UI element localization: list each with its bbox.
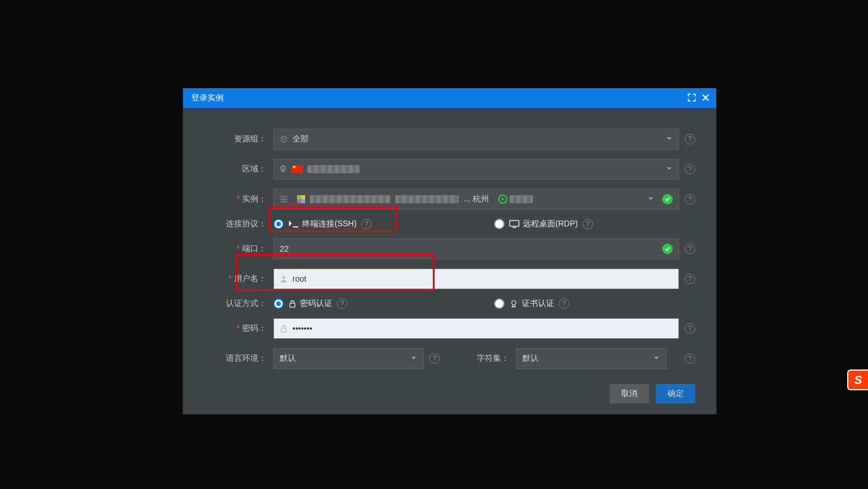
help-icon[interactable]: ?	[429, 353, 440, 364]
dialog-footer: 取消 确定	[204, 384, 695, 404]
instance-id-redacted	[310, 195, 391, 203]
help-icon[interactable]: ?	[583, 219, 593, 229]
chevron-down-icon	[666, 165, 673, 174]
radio-certificate[interactable]	[494, 298, 505, 309]
login-instance-dialog: 登录实例 资源组： 全部	[183, 88, 717, 415]
row-password: 密码： ?	[204, 318, 695, 339]
password-auth-label: 密码认证	[300, 298, 332, 309]
ssh-label: 终端连接(SSH)	[302, 219, 357, 229]
select-region[interactable]	[273, 159, 679, 180]
label-username: 用户名：	[204, 274, 273, 284]
help-icon[interactable]: ?	[685, 164, 695, 174]
lock-icon	[288, 300, 296, 308]
input-username-wrap	[273, 268, 679, 289]
port-input[interactable]	[280, 244, 662, 253]
charset-value: 默认	[522, 353, 539, 364]
close-icon[interactable]	[701, 93, 710, 104]
chevron-down-icon	[653, 354, 660, 363]
svg-point-4	[282, 276, 285, 279]
row-port: 端口： ?	[204, 238, 695, 259]
input-port-wrap	[273, 238, 679, 259]
input-password-wrap	[273, 318, 679, 339]
dialog-title: 登录实例	[191, 93, 224, 103]
instance-type-icon	[297, 195, 305, 203]
help-icon[interactable]: ?	[685, 274, 695, 284]
help-icon[interactable]: ?	[685, 244, 695, 254]
radio-option-certificate[interactable]: 证书认证 ?	[494, 298, 679, 309]
locale-value: 默认	[280, 353, 296, 364]
username-input[interactable]	[292, 274, 673, 283]
radio-password[interactable]	[273, 298, 284, 309]
help-icon[interactable]: ?	[685, 353, 695, 364]
certificate-auth-label: 证书认证	[522, 298, 554, 309]
label-port: 端口：	[204, 244, 273, 254]
dialog-body: 资源组： 全部 ? 区域：	[183, 108, 716, 417]
radio-option-rdp[interactable]: 远程桌面(RDP) ?	[494, 219, 679, 229]
instance-status-redacted	[510, 195, 533, 203]
resource-group-value: 全部	[292, 134, 309, 144]
help-icon[interactable]: ?	[559, 298, 569, 309]
help-icon[interactable]: ?	[685, 134, 695, 144]
label-auth: 认证方式：	[204, 298, 273, 309]
help-icon[interactable]: ?	[685, 323, 695, 334]
rdp-label: 远程桌面(RDP)	[523, 219, 578, 229]
radio-rdp[interactable]	[494, 219, 505, 229]
fullscreen-icon[interactable]	[687, 93, 696, 104]
row-region: 区域： ?	[204, 159, 695, 180]
svg-rect-5	[290, 303, 295, 307]
lock-icon	[280, 324, 288, 333]
select-resource-group[interactable]: 全部	[273, 129, 679, 150]
label-resource-group: 资源组：	[204, 134, 273, 144]
select-instance[interactable]: ... 杭州	[273, 189, 679, 210]
radio-option-password[interactable]: 密码认证 ?	[273, 298, 470, 309]
row-username: 用户名： ?	[204, 268, 695, 289]
user-icon	[280, 275, 288, 283]
location-pin-icon	[280, 165, 287, 173]
svg-rect-1	[280, 199, 287, 200]
help-icon[interactable]: ?	[361, 219, 372, 229]
dialog-header: 登录实例	[183, 88, 716, 108]
check-icon	[662, 244, 673, 254]
chevron-down-icon	[410, 354, 417, 363]
label-locale: 语言环境：	[204, 353, 273, 364]
check-icon	[662, 194, 673, 204]
label-region: 区域：	[204, 164, 273, 174]
label-password: 密码：	[204, 323, 273, 334]
password-input[interactable]	[292, 324, 673, 333]
list-icon	[280, 195, 288, 203]
label-instance: 实例：	[204, 194, 273, 204]
chevron-down-icon	[666, 135, 673, 144]
help-icon[interactable]: ?	[685, 194, 695, 204]
svg-point-6	[512, 301, 516, 305]
select-charset[interactable]: 默认	[516, 348, 666, 369]
row-resource-group: 资源组： 全部 ?	[204, 129, 695, 150]
monitor-icon	[509, 220, 520, 228]
row-instance: 实例： ... 杭州	[204, 189, 695, 210]
play-status-icon	[498, 195, 507, 204]
svg-rect-0	[280, 196, 287, 197]
terminal-icon	[288, 220, 299, 228]
cancel-button[interactable]: 取消	[610, 384, 649, 404]
header-actions	[687, 93, 710, 104]
row-protocol: 连接协议： 终端连接(SSH) ? 远程桌面(RDP) ?	[204, 219, 695, 229]
svg-rect-7	[281, 328, 287, 332]
instance-ip-redacted	[395, 195, 459, 203]
region-redacted	[307, 165, 359, 173]
instance-status	[498, 195, 533, 204]
help-icon[interactable]: ?	[337, 298, 347, 309]
confirm-button[interactable]: 确定	[656, 384, 695, 404]
row-locale-charset: 语言环境： 默认 ? 字符集： 默认 ?	[204, 348, 695, 369]
radio-ssh[interactable]	[273, 219, 284, 229]
label-charset: 字符集：	[440, 353, 516, 364]
flag-cn-icon	[291, 165, 303, 173]
instance-location: ... 杭州	[463, 194, 489, 204]
radio-option-ssh[interactable]: 终端连接(SSH) ?	[273, 219, 470, 229]
row-auth: 认证方式： 密码认证 ? 证书认证 ?	[204, 298, 695, 309]
side-badge[interactable]: S	[847, 369, 868, 390]
svg-rect-3	[510, 221, 519, 226]
label-protocol: 连接协议：	[204, 219, 273, 229]
certificate-icon	[509, 300, 518, 308]
svg-rect-2	[280, 201, 287, 203]
select-locale[interactable]: 默认	[273, 348, 424, 369]
chevron-down-icon	[647, 195, 654, 204]
